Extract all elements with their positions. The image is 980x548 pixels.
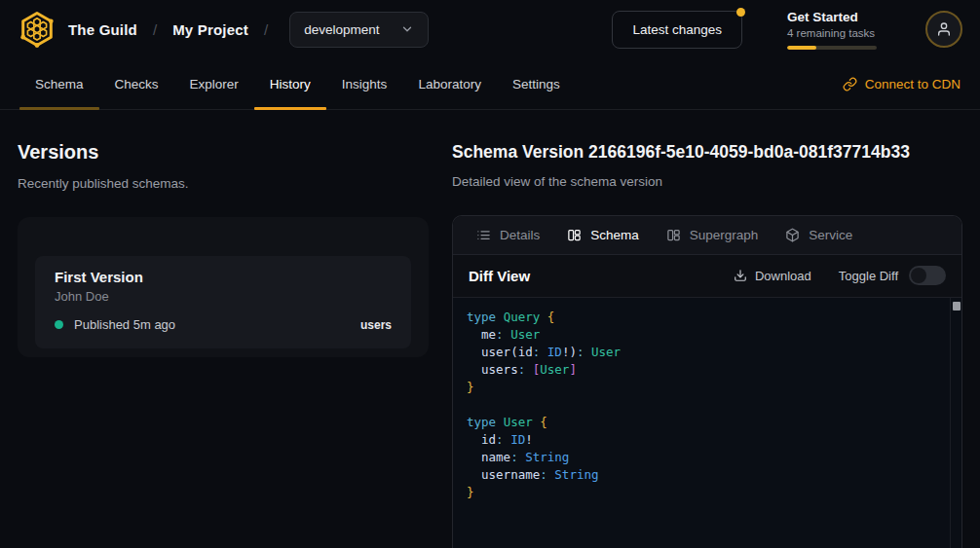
- nav-tab-laboratory[interactable]: Laboratory: [402, 58, 497, 109]
- connect-to-cdn-label: Connect to CDN: [865, 77, 961, 91]
- nav-tab-underline: [326, 107, 403, 110]
- nav-tab-checks[interactable]: Checks: [99, 58, 174, 109]
- breadcrumb-separator: /: [264, 21, 268, 38]
- nav-tab-underline: [19, 107, 99, 110]
- chevron-down-icon: [400, 22, 414, 36]
- breadcrumb-separator: /: [153, 21, 157, 38]
- code-line: }: [467, 484, 938, 501]
- toggle-diff-control: Toggle Diff: [839, 266, 946, 285]
- link-icon: [843, 77, 857, 91]
- code-line: [467, 396, 938, 414]
- code-line: me: User: [467, 326, 938, 344]
- versions-section: Versions Recently published schemas. Fir…: [18, 110, 429, 357]
- schema-code-viewer[interactable]: type Query {me: Useruser(id: ID!): Useru…: [453, 298, 961, 548]
- nav-tab-explorer[interactable]: Explorer: [174, 58, 254, 109]
- primary-nav: SchemaChecksExplorerHistoryInsightsLabor…: [0, 58, 980, 110]
- top-header: The Guild / My Project / development Lat…: [0, 0, 980, 58]
- nav-tab-underline: [174, 107, 254, 110]
- detail-tab-label: Schema: [590, 228, 639, 242]
- schema-detail-panel: Details Schema Supergraph Service Diff V…: [452, 215, 962, 548]
- breadcrumb-project[interactable]: My Project: [172, 21, 248, 38]
- code-line: users: [User]: [467, 361, 938, 379]
- code-scrollbar[interactable]: [950, 298, 961, 548]
- code-line: }: [467, 379, 938, 396]
- schema-code: type Query {me: Useruser(id: ID!): Useru…: [467, 309, 938, 501]
- nav-tab-settings[interactable]: Settings: [497, 58, 576, 109]
- detail-tab-label: Supergraph: [690, 228, 759, 242]
- get-started-progress-fill: [787, 46, 816, 50]
- schema-version-section: Schema Version 2166196f-5e10-4059-bd0a-0…: [452, 110, 962, 548]
- download-button[interactable]: Download: [734, 269, 811, 283]
- header-actions: Latest changes Get Started 4 remaining t…: [612, 10, 962, 50]
- schema-version-subtitle: Detailed view of the schema version: [452, 174, 962, 189]
- toggle-diff-label: Toggle Diff: [839, 269, 898, 283]
- get-started-subtitle: 4 remaining tasks: [787, 27, 881, 39]
- nav-tab-underline: [402, 107, 497, 110]
- get-started-progress-bar: [787, 46, 877, 50]
- code-scrollbar-thumb[interactable]: [953, 302, 961, 311]
- nav-tab-underline: [497, 107, 576, 110]
- target-selector-dropdown[interactable]: development: [289, 12, 429, 48]
- schema-version-title: Schema Version 2166196f-5e10-4059-bd0a-0…: [452, 142, 962, 163]
- nav-tab-label: Laboratory: [418, 77, 481, 91]
- nav-tab-label: Insights: [342, 77, 388, 91]
- code-line: id: ID!: [467, 431, 938, 449]
- detail-tab-details[interactable]: Details: [463, 216, 553, 254]
- code-line: user(id: ID!): User: [467, 344, 938, 361]
- nav-tab-list: SchemaChecksExplorerHistoryInsightsLabor…: [19, 58, 576, 109]
- code-line: name: String: [467, 449, 938, 466]
- diff-view-title: Diff View: [469, 268, 530, 284]
- detail-tab-supergraph[interactable]: Supergraph: [653, 216, 773, 254]
- code-line: type User {: [467, 414, 938, 431]
- version-list-item[interactable]: First Version John Doe Published 5m ago …: [35, 256, 411, 348]
- published-status-dot: [55, 320, 63, 329]
- nav-tab-insights[interactable]: Insights: [326, 58, 403, 109]
- detail-tab-schema[interactable]: Schema: [553, 216, 653, 254]
- person-icon: [936, 21, 952, 37]
- version-name: First Version: [55, 269, 392, 285]
- connect-to-cdn-button[interactable]: Connect to CDN: [843, 58, 961, 109]
- cube-icon: [785, 228, 800, 242]
- list-icon: [476, 228, 491, 242]
- nav-tab-label: Settings: [512, 77, 560, 91]
- main-content: Versions Recently published schemas. Fir…: [0, 110, 980, 548]
- nav-tab-underline: [254, 107, 326, 110]
- versions-title: Versions: [18, 141, 429, 164]
- nav-tab-label: Checks: [115, 77, 159, 91]
- nav-tab-label: Explorer: [190, 77, 239, 91]
- columns-icon: [666, 228, 681, 242]
- detail-tab-label: Service: [809, 228, 852, 242]
- download-icon: [734, 269, 747, 282]
- nav-tab-history[interactable]: History: [254, 58, 326, 109]
- get-started-widget[interactable]: Get Started 4 remaining tasks: [787, 10, 881, 50]
- version-meta-row: Published 5m ago users: [55, 317, 392, 332]
- latest-changes-button[interactable]: Latest changes: [612, 11, 742, 49]
- detail-tab-list: Details Schema Supergraph Service: [453, 216, 961, 255]
- hive-logo-icon[interactable]: [18, 10, 57, 49]
- target-selector-value: development: [304, 22, 379, 37]
- user-avatar[interactable]: [925, 11, 962, 48]
- version-service-badge: users: [360, 318, 392, 332]
- code-line: username: String: [467, 466, 938, 484]
- diff-controls: Download Toggle Diff: [734, 266, 946, 285]
- get-started-title: Get Started: [787, 10, 881, 24]
- notification-dot: [736, 8, 745, 17]
- nav-tab-schema[interactable]: Schema: [19, 58, 99, 109]
- breadcrumb-org[interactable]: The Guild: [68, 21, 137, 38]
- toggle-knob: [911, 268, 926, 283]
- toggle-diff-switch[interactable]: [909, 266, 946, 285]
- diff-view-header: Diff View Download Toggle Diff: [453, 255, 961, 298]
- version-author: John Doe: [55, 289, 392, 304]
- nav-tab-label: History: [270, 77, 311, 91]
- columns-icon: [567, 228, 582, 242]
- versions-subtitle: Recently published schemas.: [18, 176, 429, 191]
- detail-tab-service[interactable]: Service: [772, 216, 866, 254]
- versions-card: First Version John Doe Published 5m ago …: [18, 217, 429, 357]
- detail-tab-label: Details: [500, 228, 540, 242]
- version-status: Published 5m ago: [74, 317, 175, 332]
- breadcrumb: The Guild / My Project / development: [68, 12, 429, 48]
- download-label: Download: [755, 269, 811, 283]
- app-window: The Guild / My Project / development Lat…: [0, 0, 980, 548]
- nav-tab-underline: [99, 107, 174, 110]
- code-line: type Query {: [467, 309, 938, 326]
